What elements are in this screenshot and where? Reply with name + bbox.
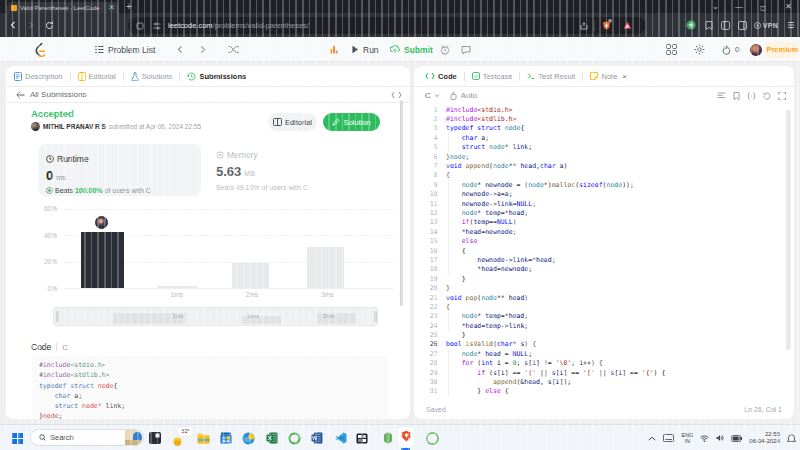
tab-code[interactable]: Code — [425, 72, 457, 81]
brave-shields-icon[interactable]: 6 — [602, 21, 611, 30]
editor-lang-select[interactable]: C — [425, 91, 431, 100]
all-submissions-label[interactable]: All Submissions — [30, 90, 86, 99]
memory-stat-block[interactable]: Memory 5.63 MB Beats 49.10% of users wit… — [216, 150, 308, 191]
tab-note[interactable]: Note× — [590, 72, 627, 81]
timer-icon[interactable] — [440, 37, 450, 62]
tab-search-chevron-icon[interactable]: ⌄ — [712, 3, 719, 11]
tab-close-icon[interactable]: ✕ — [108, 4, 115, 12]
browser-tab[interactable]: Valid Parentheses - LeetCode ✕ — [7, 2, 119, 13]
code-line-17: 17 newnode->link=*head; — [414, 255, 794, 264]
chart-bar-3ms[interactable] — [307, 247, 344, 288]
forward-icon[interactable] — [25, 13, 37, 37]
runtime-stat-card[interactable]: Runtime 0 ms Beats 100.00% of users with… — [38, 144, 201, 196]
layout-icon[interactable] — [666, 37, 677, 62]
sidebar-icon[interactable] — [719, 13, 732, 37]
android-studio-icon[interactable] — [381, 431, 395, 445]
user-avatar[interactable] — [750, 37, 762, 62]
back-arrow-icon[interactable] — [16, 91, 25, 99]
run-button[interactable]: Run — [351, 37, 379, 62]
battery-icon[interactable] — [731, 435, 742, 442]
window-minimize-button[interactable]: — — [735, 3, 743, 11]
prev-problem-icon[interactable] — [176, 37, 184, 62]
editorial-button[interactable]: Editorial — [268, 113, 317, 131]
premium-button[interactable]: Premium — [766, 42, 799, 58]
touch-keyboard-icon[interactable] — [663, 434, 674, 442]
view-code-icon[interactable] — [391, 91, 402, 99]
word-icon[interactable] — [310, 431, 324, 445]
tab-editorial[interactable]: Editorial — [78, 72, 116, 81]
runtime-distribution-chart[interactable]: 0%20%40%60%1ms2ms3ms1ms2ms3ms — [6, 200, 410, 300]
file-explorer-icon[interactable] — [196, 431, 210, 445]
tray-chevron-icon[interactable] — [648, 436, 656, 441]
random-problem-icon[interactable] — [228, 37, 239, 62]
settings-gear-icon[interactable] — [694, 37, 705, 62]
site-settings-tune-icon[interactable] — [153, 22, 161, 30]
menu-icon[interactable] — [784, 13, 797, 37]
chart-zoom-minimap[interactable]: 1ms2ms3ms — [53, 307, 378, 326]
reading-list-icon[interactable] — [736, 13, 749, 37]
taskbar-search[interactable]: Search — [30, 429, 144, 446]
reset-icon[interactable] — [763, 92, 771, 100]
note-comment-icon[interactable] — [461, 37, 471, 62]
author-avatar[interactable] — [31, 122, 40, 131]
new-tab-button[interactable]: + — [126, 2, 132, 12]
tab-solutions[interactable]: Solutions — [131, 72, 173, 81]
author-name[interactable]: MITHIL PRANAV R S — [43, 123, 106, 130]
address-bar[interactable]: leetcode.com/problems/valid-parentheses/… — [128, 17, 646, 35]
chart-bar-1ms[interactable] — [157, 286, 198, 288]
tray-language[interactable]: ENG IN — [681, 432, 693, 444]
loop-ring-icon[interactable] — [288, 431, 302, 445]
braces-icon[interactable] — [747, 92, 756, 100]
vscode-icon[interactable] — [334, 431, 348, 445]
share-icon[interactable] — [580, 22, 588, 30]
code-line-14: 14 *head=newnode; — [414, 227, 794, 236]
back-icon[interactable] — [7, 13, 19, 37]
chart-bar-2ms[interactable] — [232, 263, 269, 288]
tray-clock[interactable]: 22:55 06-04-2024 — [749, 431, 780, 445]
auto-label[interactable]: Auto — [461, 91, 477, 100]
chart-bar-0ms[interactable] — [81, 232, 124, 288]
reload-icon[interactable] — [43, 13, 55, 37]
tab-test-result[interactable]: Test Result — [527, 72, 575, 81]
tab-submissions[interactable]: Submissions — [187, 72, 246, 81]
streak-button[interactable]: 0 — [722, 37, 739, 62]
store-icon[interactable] — [219, 431, 233, 445]
start-button[interactable] — [10, 431, 24, 445]
bookmark-icon[interactable] — [702, 13, 715, 37]
bookmark-lines-icon[interactable] — [733, 92, 740, 100]
tab-description[interactable]: Description — [14, 72, 63, 81]
problem-list-button[interactable]: Problem List — [95, 37, 155, 62]
window-maximize-button[interactable]: ◻ — [760, 4, 766, 12]
submitted-code-block[interactable]: #include<stdio.h>#include<stdlib.h>typed… — [32, 356, 388, 419]
task-view-icon[interactable] — [148, 431, 162, 445]
window-close-button[interactable]: ✕ — [785, 3, 792, 11]
code-editor[interactable]: 1#include<stdio.h>2#include<stdlib.h>3ty… — [414, 105, 794, 399]
minimap-handle[interactable] — [374, 311, 377, 322]
notification-bell-icon[interactable] — [787, 434, 796, 443]
extension-leo-icon[interactable] — [684, 13, 697, 37]
leetcode-logo[interactable] — [33, 37, 46, 62]
tab-close-icon[interactable]: × — [622, 72, 627, 81]
submit-button[interactable]: Submit — [390, 37, 433, 62]
excel-icon[interactable] — [265, 431, 279, 445]
weather-widget[interactable]: 32° — [172, 427, 192, 449]
vpn-button[interactable]: VPN — [751, 13, 781, 37]
editor-scrollbar[interactable] — [786, 110, 791, 350]
tab-testcase[interactable]: Testcase — [472, 72, 513, 81]
fullscreen-icon[interactable] — [778, 92, 786, 100]
left-panel-scrollbar[interactable] — [400, 100, 403, 306]
search-highlight-icon[interactable] — [125, 430, 142, 445]
next-problem-icon[interactable] — [199, 37, 207, 62]
minimap-handle[interactable] — [56, 311, 59, 322]
wifi-icon[interactable] — [700, 435, 709, 442]
site-permissions-icon[interactable] — [136, 22, 144, 30]
volume-icon[interactable] — [716, 434, 724, 442]
brave-rewards-icon[interactable] — [623, 21, 632, 30]
photos-grid-icon[interactable] — [355, 431, 369, 445]
edge-browser-icon[interactable] — [242, 431, 256, 445]
whatsapp-icon[interactable] — [425, 431, 439, 445]
solution-button[interactable]: Solution — [323, 113, 380, 131]
debugger-icon[interactable] — [330, 37, 338, 62]
format-icon[interactable] — [717, 92, 726, 100]
taskbar-brave-active-tile[interactable] — [398, 427, 414, 447]
